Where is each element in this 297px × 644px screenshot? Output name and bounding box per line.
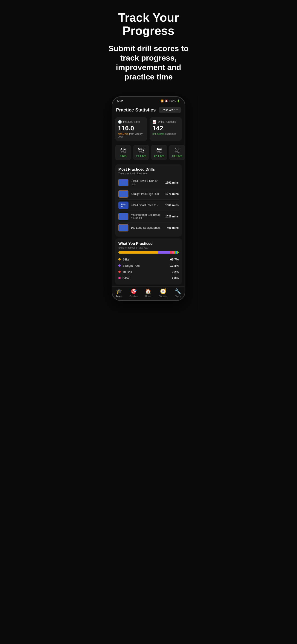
battery-label: 100%: [169, 100, 176, 102]
nav-label-practice: Practice: [130, 295, 138, 298]
what-practiced-section: What You Practiced Skills Practiced | Pa…: [115, 238, 182, 284]
skill-row: 10-Ball 3.2%: [118, 269, 179, 275]
chart-icon: 📈: [152, 120, 156, 124]
practice-time-label: Practice Time: [123, 120, 140, 124]
stats-cards: 🕐 Practice Time 116.0 404.0 hrs from wee…: [112, 116, 185, 142]
drills-sub-green: drill scores: [152, 132, 164, 135]
practice-time-header: 🕐 Practice Time: [118, 120, 144, 124]
skill-label: Straight Pool: [118, 264, 170, 268]
drill-row[interactable]: Matchroom 9-Ball Break & Run Pr... 1026 …: [118, 211, 179, 222]
nav-label-discover: Discover: [159, 295, 168, 298]
nav-item-practice[interactable]: 🎯 Practice: [130, 288, 138, 298]
nav-item-home[interactable]: 🏠 Home: [145, 288, 151, 298]
month-card[interactable]: Jul 2024 13.5 hrs: [169, 145, 185, 160]
practice-time-sub: 404.0 hrs from weekly goal: [118, 132, 144, 138]
nav-label-tools: Tools: [175, 295, 180, 298]
skill-dot: [118, 271, 121, 273]
drill-thumbnail: [118, 224, 128, 232]
drills-practiced-label: Drills Practiced: [158, 120, 176, 124]
nav-item-learn[interactable]: 🎓 Learn: [116, 288, 122, 298]
nav-icon-home: 🏠: [145, 288, 151, 294]
skill-dot: [118, 264, 121, 267]
month-name: May: [136, 147, 146, 151]
phone-frame: 5:22 📶 ⏰ 100% 🔋 Practice Statistics Past…: [112, 96, 185, 301]
practice-time-orange: 404.0 hrs: [118, 132, 128, 135]
period-label: Past Year: [162, 108, 174, 112]
month-hrs: 9 hrs: [118, 154, 128, 158]
skills-list: 9-Ball 65.7% Straight Pool 19.8% 10-Ball…: [118, 256, 179, 281]
month-name: Jun: [154, 147, 164, 151]
what-practiced-sub: Skills Practiced | Past Year: [118, 246, 179, 249]
nav-icon-learn: 🎓: [116, 288, 122, 294]
period-button[interactable]: Past Year ▼: [159, 107, 181, 113]
drill-mins: 1378 mins: [165, 192, 179, 196]
drill-row[interactable]: Straight Pool High Run 1378 mins: [118, 188, 179, 200]
skill-row: 8-Ball 2.8%: [118, 275, 179, 281]
drill-row[interactable]: 9-Ball Break & Run or Bust 1691 mins: [118, 177, 179, 188]
drill-mins: 1691 mins: [165, 181, 179, 184]
bottom-nav: 🎓 Learn 🎯 Practice 🏠 Home 🧭 Discover 🔧 T…: [112, 286, 185, 300]
month-card[interactable]: Jun 2024 42.1 hrs: [151, 145, 167, 160]
bar-segment: [172, 251, 173, 254]
drill-mins: 1369 mins: [165, 204, 179, 207]
clock-icon: 🕐: [118, 120, 122, 124]
alarm-icon: ⏰: [165, 100, 168, 102]
status-time: 5:22: [117, 99, 123, 103]
practice-time-card: 🕐 Practice Time 116.0 404.0 hrs from wee…: [115, 117, 147, 141]
drill-thumbnail: [118, 179, 128, 186]
drill-name: 100 Long Straight Shots: [131, 226, 164, 230]
month-hrs: 42.1 hrs: [154, 154, 164, 158]
month-card[interactable]: May 2024 19.1 hrs: [133, 145, 149, 160]
most-practiced-title: Most Practiced Drills: [118, 168, 179, 172]
drill-row[interactable]: 100 Long Straight Shots 466 mins: [118, 222, 179, 233]
most-practiced-section: Most Practiced Drills Time practiced | P…: [115, 164, 182, 236]
status-icons: 📶 ⏰ 100% 🔋: [160, 100, 180, 102]
skill-pct: 3.2%: [172, 270, 179, 274]
bar-segment: [177, 251, 179, 254]
month-year: 2024: [172, 151, 182, 154]
drill-mins: 1026 mins: [165, 215, 179, 218]
phone-wrapper: 5:22 📶 ⏰ 100% 🔋 Practice Statistics Past…: [99, 89, 198, 301]
drill-mins: 466 mins: [167, 226, 179, 230]
drills-sub-rest: submitted: [164, 132, 176, 135]
battery-icon: 🔋: [177, 100, 180, 102]
months-scroll[interactable]: Apr 2024 9 hrs May 2024 19.1 hrs Jun 202…: [112, 142, 185, 162]
most-practiced-sub: Time practiced | Past Year: [118, 172, 179, 175]
nav-item-discover[interactable]: 🧭 Discover: [159, 288, 168, 298]
drills-practiced-card: 📈 Drills Practiced 142 drill scores subm…: [150, 117, 182, 141]
skill-label: 9-Ball: [118, 258, 170, 261]
skill-row: 9-Ball 65.7%: [118, 256, 179, 262]
hero-subtitle: Submit drill scores to track progress, i…: [104, 44, 192, 81]
nav-icon-tools: 🔧: [175, 288, 181, 294]
hero-section: Track Your Progress Submit drill scores …: [99, 0, 198, 89]
skill-label: 8-Ball: [118, 276, 172, 280]
screen-title: Practice Statistics: [116, 107, 156, 113]
drills-practiced-value: 142: [152, 125, 179, 132]
drill-thumbnail: [118, 213, 128, 220]
drill-name: 9-Ball Ghost Race to 7: [131, 204, 163, 207]
drill-row[interactable]: Raceto 7 9-Ball Ghost Race to 7 1369 min…: [118, 200, 179, 211]
what-practiced-title: What You Practiced: [118, 242, 179, 246]
drill-name: Matchroom 9-Ball Break & Run Pr...: [131, 213, 163, 220]
skill-pct: 19.8%: [170, 264, 179, 268]
skill-pct: 65.7%: [170, 258, 179, 261]
nav-icon-practice: 🎯: [130, 288, 137, 294]
wifi-icon: 📶: [160, 100, 164, 102]
drills-list: 9-Ball Break & Run or Bust 1691 mins Str…: [118, 177, 179, 233]
skill-row: Straight Pool 19.8%: [118, 262, 179, 269]
skill-pct: 2.8%: [172, 276, 179, 280]
drill-thumbnail: Raceto 7: [118, 202, 128, 209]
nav-item-tools[interactable]: 🔧 Tools: [175, 288, 181, 298]
month-year: 2024: [118, 151, 128, 154]
month-card[interactable]: Apr 2024 9 hrs: [115, 145, 131, 160]
skill-dot: [118, 258, 121, 260]
nav-icon-discover: 🧭: [160, 288, 166, 294]
month-year: 2024: [154, 151, 164, 154]
hero-title: Track Your Progress: [104, 11, 192, 37]
month-year: 2024: [136, 151, 146, 154]
drill-name: 9-Ball Break & Run or Bust: [131, 180, 163, 186]
screen: Practice Statistics Past Year ▼ 🕐 Practi…: [112, 104, 185, 300]
status-bar: 5:22 📶 ⏰ 100% 🔋: [112, 97, 185, 104]
bar-segment: [118, 251, 158, 254]
nav-label-home: Home: [145, 295, 151, 298]
